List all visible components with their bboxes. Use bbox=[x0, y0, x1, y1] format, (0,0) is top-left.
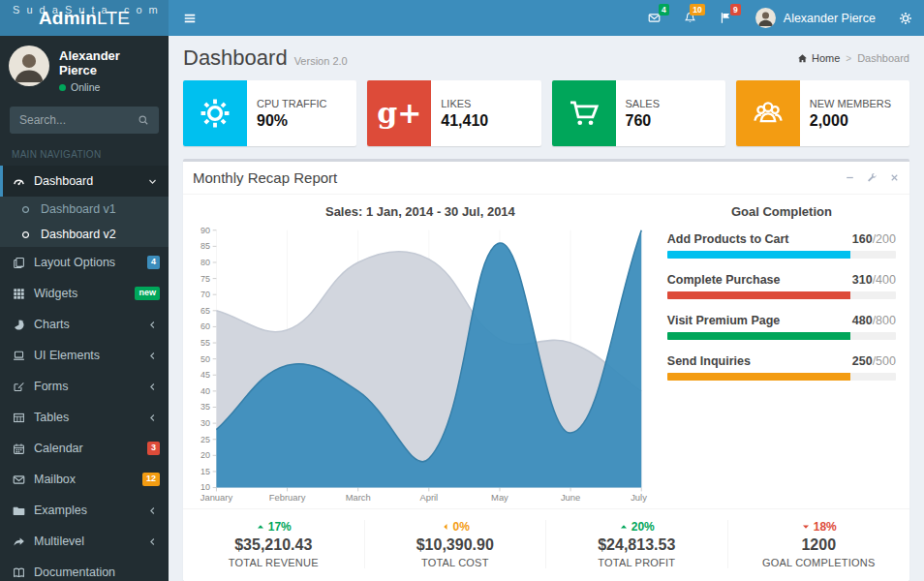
sidebar-submenu: Dashboard v1Dashboard v2 bbox=[0, 197, 169, 247]
svg-text:20: 20 bbox=[200, 450, 210, 460]
svg-text:30: 30 bbox=[200, 418, 210, 428]
svg-text:15: 15 bbox=[200, 467, 210, 476]
sidebar-item-calendar[interactable]: Calendar3 bbox=[0, 433, 169, 464]
stat-goal-completions: 18%1200GOAL COMPLETIONS bbox=[728, 520, 910, 568]
info-box-sales: SALES760 bbox=[552, 80, 725, 146]
avatar bbox=[755, 8, 776, 28]
info-box-value: 760 bbox=[626, 112, 660, 130]
circle-o-icon bbox=[18, 229, 33, 240]
settings-wrench-button[interactable] bbox=[867, 172, 878, 183]
page-title: Dashboard Version 2.0 bbox=[183, 46, 348, 71]
caret-up-icon bbox=[619, 522, 629, 532]
breadcrumb-home-link[interactable]: Home bbox=[797, 52, 840, 64]
stat-value: $10,390.90 bbox=[371, 536, 540, 554]
logo[interactable]: S u d a S u t a . c o m AdminLTE bbox=[0, 0, 169, 36]
svg-text:85: 85 bbox=[200, 241, 210, 251]
search-input[interactable] bbox=[10, 107, 128, 134]
sidebar-badge: 4 bbox=[147, 256, 160, 269]
th-icon bbox=[12, 288, 26, 300]
info-box-label: CPU TRAFFIC bbox=[257, 98, 327, 109]
goal-progress-fill bbox=[667, 251, 850, 259]
collapse-button[interactable] bbox=[845, 172, 855, 183]
sidebar-item-multilevel[interactable]: Multilevel bbox=[0, 526, 169, 557]
goal-completion-title: Goal Completion bbox=[667, 204, 896, 219]
sidebar-badge: new bbox=[135, 287, 160, 300]
svg-text:60: 60 bbox=[200, 321, 210, 331]
stat-value: $35,210.43 bbox=[189, 536, 358, 554]
sidebar-item-layout-options[interactable]: Layout Options4 bbox=[0, 247, 169, 278]
svg-text:75: 75 bbox=[200, 273, 210, 283]
goal-numbers: 250/500 bbox=[852, 354, 896, 368]
sidebar-item-label: Mailbox bbox=[34, 473, 76, 486]
home-icon bbox=[797, 53, 808, 64]
notification-badge: 10 bbox=[690, 4, 704, 15]
sidebar-item-charts[interactable]: Charts bbox=[0, 309, 169, 340]
user-menu-label: Alexander Pierce bbox=[784, 12, 876, 25]
goal-numbers: 480/800 bbox=[852, 314, 896, 327]
navbar-menus: 4109 bbox=[636, 0, 744, 36]
content-header: Dashboard Version 2.0 Home > Dashboard bbox=[177, 42, 915, 80]
angle-left-icon bbox=[147, 351, 158, 361]
goal-progress-fill bbox=[667, 332, 850, 340]
goal-row: Complete Purchase310/400 bbox=[667, 273, 896, 299]
stat-label: TOTAL COST bbox=[371, 557, 540, 568]
angle-left-icon bbox=[147, 320, 158, 330]
caret-up-icon bbox=[256, 522, 265, 532]
goal-progress-fill bbox=[667, 291, 850, 299]
goal-row: Add Products to Cart160/200 bbox=[667, 232, 896, 259]
sidebar-item-documentation[interactable]: Documentation bbox=[0, 557, 169, 581]
sidebar-item-label: UI Elements bbox=[34, 349, 100, 362]
sidebar-item-mailbox[interactable]: Mailbox12 bbox=[0, 464, 169, 495]
stat-label: GOAL COMPLETIONS bbox=[734, 557, 905, 568]
info-box-value: 90% bbox=[257, 112, 327, 130]
angle-left-icon bbox=[147, 413, 158, 423]
sidebar-item-examples[interactable]: Examples bbox=[0, 495, 169, 526]
navbar-menu-envelope[interactable]: 4 bbox=[636, 0, 672, 36]
sidebar-item-dashboard-v1[interactable]: Dashboard v1 bbox=[0, 197, 169, 222]
sidebar-item-ui-elements[interactable]: UI Elements bbox=[0, 340, 169, 371]
navbar-menu-bell[interactable]: 10 bbox=[672, 0, 708, 36]
settings-gears-icon[interactable] bbox=[887, 0, 924, 36]
sidebar-item-label: Calendar bbox=[34, 442, 83, 455]
user-menu[interactable]: Alexander Pierce bbox=[744, 0, 887, 36]
breadcrumb-current: Dashboard bbox=[857, 52, 909, 64]
box-header: Monthly Recap Report bbox=[183, 162, 909, 195]
sidebar-toggle-button[interactable] bbox=[169, 0, 211, 36]
sidebar-item-forms[interactable]: Forms bbox=[0, 371, 169, 402]
box-tools bbox=[845, 172, 900, 183]
sidebar-item-dashboard[interactable]: Dashboard bbox=[0, 166, 169, 197]
caret-left-icon bbox=[441, 522, 450, 532]
box-title: Monthly Recap Report bbox=[193, 169, 337, 186]
stat-change: 0% bbox=[371, 520, 540, 534]
sidebar-item-tables[interactable]: Tables bbox=[0, 402, 169, 433]
stat-label: TOTAL PROFIT bbox=[552, 557, 722, 568]
svg-text:March: March bbox=[346, 492, 371, 503]
info-box-likes: g+LIKES41,410 bbox=[367, 80, 540, 146]
search-button[interactable] bbox=[128, 107, 159, 134]
share-icon bbox=[12, 535, 26, 548]
stat-value: 1200 bbox=[734, 536, 905, 554]
info-box-value: 2,000 bbox=[810, 112, 891, 130]
sales-chart-svg: 9085807570656055504540353025201510Januar… bbox=[193, 223, 648, 505]
navbar: 4109 Alexander Pierce bbox=[169, 0, 924, 36]
page: S u d a S u t a . c o m AdminLTE 4109 Al… bbox=[0, 0, 924, 581]
sidebar-item-dashboard-v2[interactable]: Dashboard v2 bbox=[0, 222, 169, 247]
caret-down-icon bbox=[801, 522, 811, 532]
close-button[interactable] bbox=[889, 172, 900, 183]
sidebar-user-name: Alexander Pierce bbox=[59, 48, 160, 77]
book-icon bbox=[12, 566, 26, 579]
table-icon bbox=[12, 412, 26, 424]
angle-left-icon bbox=[147, 536, 158, 547]
goal-row: Send Inquiries250/500 bbox=[667, 354, 896, 381]
svg-text:June: June bbox=[561, 492, 580, 503]
info-box-label: LIKES bbox=[441, 98, 488, 109]
navbar-menu-flag[interactable]: 9 bbox=[708, 0, 744, 36]
sidebar-item-label: Examples bbox=[34, 504, 87, 517]
circle-o-icon bbox=[18, 204, 33, 215]
sidebar-item-widgets[interactable]: Widgetsnew bbox=[0, 278, 169, 309]
goal-label: Add Products to Cart bbox=[667, 232, 789, 246]
svg-text:70: 70 bbox=[200, 290, 210, 299]
sidebar-badge: 3 bbox=[147, 442, 160, 455]
sales-chart-column: Sales: 1 Jan, 2014 - 30 Jul, 2014 908580… bbox=[193, 204, 660, 505]
sidebar-item-label: Tables bbox=[34, 411, 69, 424]
